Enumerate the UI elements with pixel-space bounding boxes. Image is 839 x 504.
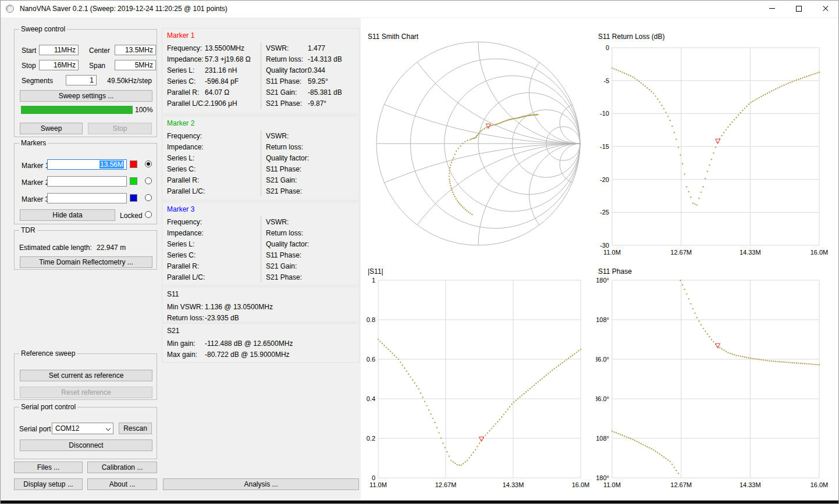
cable-length-row: Estimated cable length: 22.947 m [19,244,126,252]
svg-text:11.0M: 11.0M [369,481,387,488]
field-label: Series L: [167,66,205,74]
svg-text:-108°: -108° [596,435,609,442]
marker3-color-swatch[interactable] [130,194,137,202]
s11-summary-title: S11 [167,290,179,298]
svg-text:12.67M: 12.67M [670,249,692,256]
minimize-icon [769,8,775,9]
files-button[interactable]: Files ... [14,462,83,473]
marker2-color-swatch[interactable] [130,177,137,185]
field-label: Parallel L/C: [167,273,205,281]
return-loss-chart-title: S11 Return Loss (dB) [598,33,665,41]
field-label: Parallel R: [167,88,205,96]
field-label: S11 Phase: [266,251,308,259]
segments-input[interactable] [66,75,97,85]
window-maximize-button[interactable] [785,0,812,17]
field-label: S21 Phase: [266,99,308,108]
marker2-label: Marker 2 [22,178,49,187]
sweep-progress-fill [21,106,133,114]
marker1-color-swatch[interactable] [130,160,137,168]
field-label: Frequency: [167,218,205,226]
svg-text:16.0M: 16.0M [810,249,829,256]
return-loss-chart[interactable]: S11 Return Loss (dB) 11.0M12.67M14.33M16… [596,28,837,260]
sweep-settings-button[interactable]: Sweep settings ... [20,90,152,102]
center-label: Center [89,47,110,55]
calibration-button[interactable]: Calibration ... [87,462,157,473]
tdr-button[interactable]: Time Domain Reflectometry ... [20,256,152,268]
field-label: Parallel L/C: [167,187,205,195]
set-reference-button[interactable]: Set current as reference [20,370,152,381]
marker2-radio[interactable] [145,177,152,184]
field-value: 13.5500MHz [205,44,244,52]
title-bar[interactable]: NanoVNA Saver 0.2.1 (Sweep: 2019-12-24 1… [0,0,839,17]
svg-text:-20: -20 [600,176,609,183]
rescan-button[interactable]: Rescan [119,423,152,434]
marker3-left-column: Frequency: Impedance: Series L: Series C… [162,216,261,283]
field-label: Min gain: [167,339,205,348]
span-input[interactable] [115,60,156,70]
center-input[interactable] [115,45,156,55]
hide-data-button[interactable]: Hide data [20,209,115,221]
field-label: S21 Phase: [266,273,308,281]
field-value: 1.477 [308,44,325,52]
field-label: Series C: [167,77,205,85]
marker1-input[interactable]: 13.56M [47,159,127,170]
field-label: Series C: [167,251,205,259]
start-input[interactable] [39,45,79,55]
marker2-input[interactable] [47,176,127,187]
svg-text:11.0M: 11.0M [603,249,621,256]
serial-port-select[interactable]: COM12 [52,423,113,434]
s11-magnitude-chart[interactable]: |S11| 11.0M12.67M14.33M16.0M10.80.60.40.… [365,263,592,495]
segments-label: Segments [22,77,53,85]
stop-input[interactable] [39,60,79,70]
locked-label: Locked [120,212,143,220]
svg-text:-10: -10 [600,110,609,117]
display-setup-button[interactable]: Display setup ... [14,478,83,490]
cable-length-value: 22.947 m [97,244,126,252]
field-label: Impedance: [167,55,205,63]
field-label: Series L: [167,154,205,162]
field-value: -80.722 dB @ 15.9000MHz [205,351,290,359]
svg-text:0: 0 [372,474,375,481]
field-value: -9.87° [308,99,326,108]
svg-text:12.67M: 12.67M [670,481,692,488]
field-label: Impedance: [167,229,205,237]
field-label: Quality factor: [266,154,308,162]
field-label: S21 Gain: [266,88,308,96]
svg-text:14.33M: 14.33M [740,481,761,488]
analysis-button[interactable]: Analysis ... [163,478,359,490]
window-minimize-button[interactable] [759,0,785,17]
s11-phase-chart[interactable]: S11 Phase 11.0M12.67M14.33M16.0M180°108°… [596,263,837,495]
marker1-details-panel: Marker 1 Frequency:13.5500MHz Impedance:… [162,28,360,115]
bottom-edge [0,501,839,504]
locked-checkbox[interactable] [145,211,152,218]
maximize-icon [796,6,802,12]
s11-magnitude-chart-title: |S11| [368,267,383,276]
smith-chart-title: S11 Smith Chart [368,33,418,41]
window-close-button[interactable] [812,0,839,17]
disconnect-button[interactable]: Disconnect [20,439,152,451]
svg-text:11.0M: 11.0M [603,481,621,488]
marker3-radio[interactable] [145,194,152,201]
smith-chart[interactable]: S11 Smith Chart [365,28,592,260]
field-label: VSWR: [266,44,308,52]
field-label: Parallel R: [167,176,205,184]
about-button[interactable]: About ... [87,478,157,490]
field-label: S21 Phase: [266,187,308,195]
s11-phase-chart-title: S11 Phase [598,267,632,276]
field-label: VSWR: [266,132,308,140]
field-label: Series C: [167,165,205,173]
app-icon [5,4,15,13]
marker1-radio[interactable] [145,160,152,167]
reset-reference-button[interactable]: Reset reference [20,387,152,398]
field-value: 0.344 [308,66,325,74]
marker3-input[interactable] [47,193,127,203]
field-value: 231.16 nH [205,66,237,74]
step-info: 49.50kHz/step [107,77,152,85]
progress-value: 100% [135,106,153,114]
field-label: Frequency: [167,132,205,140]
svg-text:12.67M: 12.67M [435,481,457,488]
stop-button[interactable]: Stop [88,123,152,134]
sweep-button[interactable]: Sweep [20,123,83,134]
field-label: Return loss: [167,314,205,322]
tdr-group: TDR Estimated cable length: 22.947 m Tim… [14,230,157,270]
